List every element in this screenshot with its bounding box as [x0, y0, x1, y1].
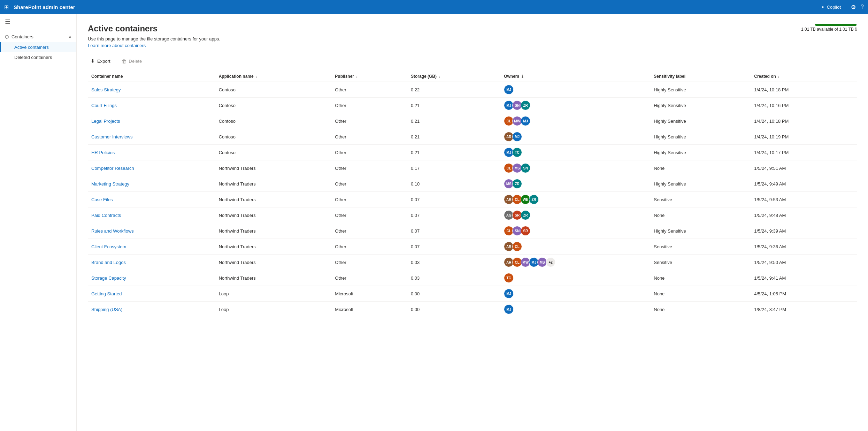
cell-created-on: 1/5/24, 9:51 AM	[751, 160, 857, 176]
sidebar-section-containers: ⬡ Containers ∧ Active containers Deleted…	[0, 30, 76, 64]
storage-info-icon[interactable]: ℹ	[855, 27, 857, 32]
cell-publisher: Microsoft	[331, 302, 407, 317]
cell-created-on: 1/4/24, 10:17 PM	[751, 145, 857, 160]
col-publisher[interactable]: Publisher ↕	[331, 71, 407, 82]
container-name-link[interactable]: Shipping (USA)	[91, 307, 123, 312]
cell-sensitivity: Highly Sensitive	[650, 176, 751, 192]
cell-owners: MSZR	[500, 176, 650, 192]
cell-app-name: Northwind Traders	[215, 223, 332, 239]
cell-created-on: 1/4/24, 10:18 PM	[751, 82, 857, 98]
cell-app-name: Contoso	[215, 82, 332, 98]
app-title: SharePoint admin center	[14, 4, 817, 10]
container-name-link[interactable]: Legal Projects	[91, 119, 120, 124]
grid-icon: ⊞	[4, 4, 9, 10]
sidebar-item-active-containers[interactable]: Active containers	[0, 42, 76, 52]
table-row: Competitor ResearchNorthwind TradersOthe…	[88, 160, 857, 176]
settings-icon[interactable]: ⚙	[851, 4, 856, 10]
cell-app-name: Northwind Traders	[215, 176, 332, 192]
cell-publisher: Other	[331, 255, 407, 270]
cell-container-name: Brand and Logos	[88, 255, 215, 270]
hamburger-button[interactable]: ☰	[0, 14, 76, 30]
cell-created-on: 1/5/24, 9:48 AM	[751, 207, 857, 223]
learn-more-link[interactable]: Learn more about containers	[88, 43, 146, 48]
cell-owners: CLMWMJ	[500, 113, 650, 129]
copilot-button[interactable]: ✦ Copilot	[821, 5, 846, 10]
table-row: Sales StrategyContosoOther0.22MJHighly S…	[88, 82, 857, 98]
cell-sensitivity: Sensitive	[650, 255, 751, 270]
cell-app-name: Contoso	[215, 145, 332, 160]
container-name-link[interactable]: Paid Contracts	[91, 213, 121, 218]
container-name-link[interactable]: Sales Strategy	[91, 87, 121, 92]
cell-storage: 0.21	[407, 129, 500, 145]
cell-owners: TC	[500, 270, 650, 286]
cell-publisher: Other	[331, 223, 407, 239]
cell-publisher: Other	[331, 129, 407, 145]
container-name-link[interactable]: Case Files	[91, 197, 113, 202]
containers-table: Container name Application name ↕ Publis…	[88, 71, 857, 317]
cell-app-name: Northwind Traders	[215, 192, 332, 207]
deleted-containers-label: Deleted containers	[14, 55, 52, 60]
cell-sensitivity: Highly Sensitive	[650, 98, 751, 113]
container-name-link[interactable]: HR Policies	[91, 150, 115, 155]
container-name-link[interactable]: Storage Capacity	[91, 275, 126, 281]
cell-publisher: Other	[331, 239, 407, 255]
table-row: HR PoliciesContosoOther0.21MJTCHighly Se…	[88, 145, 857, 160]
cell-owners: MJ	[500, 82, 650, 98]
delete-icon: 🗑	[122, 58, 127, 64]
col-application-name[interactable]: Application name ↕	[215, 71, 332, 82]
cell-app-name: Loop	[215, 286, 332, 302]
storage-text: 1.01 TB available of 1.01 TB	[801, 27, 854, 32]
container-name-link[interactable]: Client Ecosystem	[91, 244, 126, 249]
topbar: ⊞ SharePoint admin center ✦ Copilot ⚙ ?	[0, 0, 868, 14]
col-storage[interactable]: Storage (GB) ↓	[407, 71, 500, 82]
table-row: Getting StartedLoopMicrosoft0.00MJNone4/…	[88, 286, 857, 302]
container-name-link[interactable]: Court Filings	[91, 103, 117, 108]
toolbar: ⬇ Export 🗑 Delete	[88, 55, 857, 67]
created-sort-icon: ↕	[778, 75, 779, 78]
active-containers-label: Active containers	[14, 45, 49, 50]
cell-publisher: Other	[331, 160, 407, 176]
cell-container-name: Rules and Workflows	[88, 223, 215, 239]
container-name-link[interactable]: Customer Interviews	[91, 134, 132, 139]
sidebar: ☰ ⬡ Containers ∧ Active containers Delet…	[0, 14, 77, 431]
cell-owners: AGSRZR	[500, 207, 650, 223]
cell-owners: ARCLWEZR	[500, 192, 650, 207]
cell-sensitivity: Sensitive	[650, 239, 751, 255]
container-name-link[interactable]: Marketing Strategy	[91, 181, 129, 187]
cell-app-name: Northwind Traders	[215, 160, 332, 176]
cell-container-name: Paid Contracts	[88, 207, 215, 223]
container-name-link[interactable]: Competitor Research	[91, 166, 134, 171]
col-created-on[interactable]: Created on ↕	[751, 71, 857, 82]
export-button[interactable]: ⬇ Export	[88, 56, 113, 66]
help-icon[interactable]: ?	[861, 4, 864, 10]
container-name-link[interactable]: Brand and Logos	[91, 260, 126, 265]
delete-button[interactable]: 🗑 Delete	[119, 57, 145, 66]
cell-storage: 0.22	[407, 82, 500, 98]
avatar: MJ	[521, 116, 530, 126]
avatar: ZR	[521, 100, 530, 110]
cell-container-name: Legal Projects	[88, 113, 215, 129]
table-row: Client EcosystemNorthwind TradersOther0.…	[88, 239, 857, 255]
cell-app-name: Northwind Traders	[215, 255, 332, 270]
table-row: Legal ProjectsContosoOther0.21CLMWMJHigh…	[88, 113, 857, 129]
avatar: ZR	[512, 179, 522, 189]
col-sensitivity: Sensitivity label	[650, 71, 751, 82]
container-name-link[interactable]: Rules and Workflows	[91, 228, 134, 234]
cell-created-on: 4/5/24, 1:05 PM	[751, 286, 857, 302]
table-row: Case FilesNorthwind TradersOther0.07ARCL…	[88, 192, 857, 207]
sidebar-containers-parent[interactable]: ⬡ Containers ∧	[0, 31, 76, 42]
table-row: Customer InterviewsContosoOther0.21ARMJH…	[88, 129, 857, 145]
cell-storage: 0.21	[407, 98, 500, 113]
cell-owners: CLSNSR	[500, 223, 650, 239]
cell-publisher: Other	[331, 192, 407, 207]
cell-publisher: Other	[331, 176, 407, 192]
cell-owners: ARCL	[500, 239, 650, 255]
sidebar-item-deleted-containers[interactable]: Deleted containers	[0, 52, 76, 62]
container-name-link[interactable]: Getting Started	[91, 291, 122, 296]
table-header: Container name Application name ↕ Publis…	[88, 71, 857, 82]
cell-sensitivity: Highly Sensitive	[650, 145, 751, 160]
cell-created-on: 1/5/24, 9:36 AM	[751, 239, 857, 255]
cell-created-on: 1/4/24, 10:18 PM	[751, 113, 857, 129]
owners-info-icon[interactable]: ℹ	[522, 74, 523, 78]
avatar: CL	[512, 242, 522, 251]
